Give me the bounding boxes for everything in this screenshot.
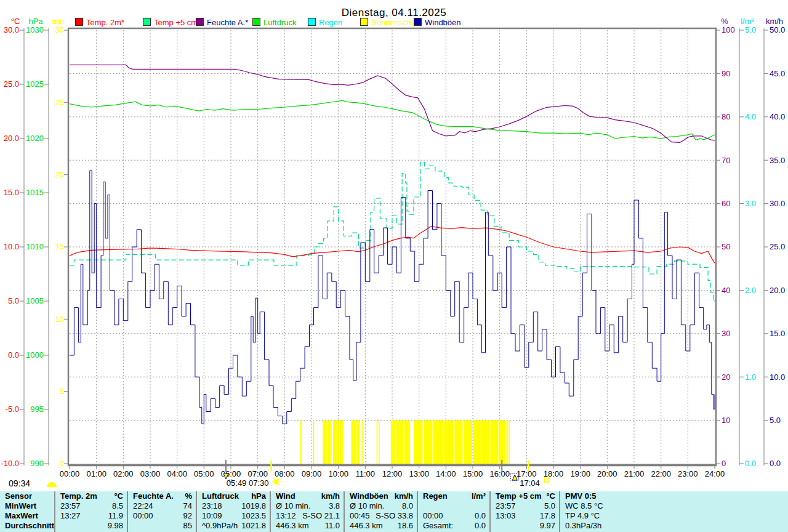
y-tick-label: 5 [60,387,64,396]
table-column-header: Regenl/m² [418,491,489,501]
x-tick-label: 15:00 [463,469,483,478]
table-column-luftdruck: LuftdruckhPa23:181019.810:091023.5^0.9hP… [196,491,270,532]
axis-percent: 1009080706050403020100% [716,17,735,468]
table-row: 13:2711.9 [55,511,127,521]
x-tick-label: 09:00 [302,469,322,478]
table-column-wind: Windkm/hØ 10 min.3.813:12S-SO 21.1446.3 … [270,491,344,532]
y-tick-label: 40.0 [770,112,785,121]
table-row: TP 4.9 °C [560,511,788,521]
axis-sunmin: 302520151050min [52,17,68,468]
y-tick-label: 5.0 [8,296,19,305]
table-row: 446.3 km18.6 [345,521,417,531]
x-axis: 00:0001:0002:0003:0004:0005:0006:0007:00… [60,466,725,478]
y-tick-label: 1.0 [745,373,756,382]
table-row: 10:091023.5 [197,511,270,521]
table-column-windb-en: Windböenkm/hØ 10 min.8.000:45S-SO 33.844… [344,491,417,532]
axis-hpa: 1030102510201015101010051000995990hPa [26,17,49,468]
x-tick-label: 05:00 [194,469,214,478]
y-tick-label: 100 [722,25,735,34]
y-tick-label: 1030 [26,25,44,34]
x-tick-label: 13:00 [409,469,429,478]
table-row: Durchschnitt [0,521,54,531]
table-column-temp-2m: Temp. 2m°C23:578.513:2711.99.98 [54,491,127,532]
table-row: 13:12S-SO 21.1 [271,511,344,521]
table-row: 00:0092 [128,511,196,521]
y-tick-label: 35.0 [770,156,785,165]
table-column-sensor: SensorMinWertMaxWertDurchschnitt [0,491,54,532]
table-row: Ø 10 min.8.0 [345,501,417,511]
axis-unit-header: % [721,17,728,26]
table-row: Ø 10 min.3.8 [271,501,344,511]
y-tick-label: 0.0 [770,459,781,468]
table-row: 446.3 km11.0 [271,521,344,531]
y-tick-label: 15 [55,242,64,251]
y-tick-label: 1000 [26,350,44,360]
x-tick-label: 21:00 [624,469,645,478]
table-row: MaxWert [0,511,54,521]
x-tick-label: 20:00 [597,469,617,478]
x-tick-label: 17:00 [517,469,537,478]
y-tick-label: 1010 [26,242,44,251]
table-row: 9.98 [55,521,127,531]
y-tick-label: 50.0 [770,25,785,34]
y-tick-label: 0.0 [745,459,756,468]
y-tick-label: 70 [722,156,730,165]
table-row: 23:578.5 [55,501,127,511]
y-tick-label: 10.0 [770,373,785,382]
y-tick-label: 5.0 [745,25,756,34]
y-tick-label: 90 [722,69,730,78]
y-tick-label: -5.0 [6,405,19,414]
stats-table: SensorMinWertMaxWertDurchschnittTemp. 2m… [0,491,788,532]
y-tick-label: 1015 [26,188,44,197]
table-row: 85 [128,521,196,531]
x-tick-label: 18:00 [544,469,564,478]
x-tick-label: 04:00 [167,469,187,478]
table-row: MinWert [0,501,54,511]
table-column-pmv-0-5: PMV 0:5WC 8.5 °CTP 4.9 °C0.3hPa/3h [559,491,788,532]
table-row: 22:2474 [128,501,196,511]
table-row: Gesamt:0.0 [418,521,489,531]
y-tick-label: 15.0 [4,188,19,197]
day-length-sun-icon [47,482,57,487]
table-row: 9.97 [491,521,559,531]
y-tick-label: 1025 [26,79,44,89]
y-tick-label: 30 [722,329,730,338]
y-tick-label: 60 [722,199,730,208]
y-tick-label: 25 [55,98,64,107]
y-tick-label: 2.0 [745,286,756,295]
axis-rain: 5.04.03.02.01.00.0l/m² [739,17,756,468]
table-column-header: LuftdruckhPa [197,491,270,501]
x-tick-label: 02:00 [113,469,134,478]
axis-unit-header: min [52,17,65,26]
table-column-temp-5-cm: Temp +5 cm°C23:575.013:0317.89.97 [489,491,559,532]
x-tick-label: 08:00 [275,469,295,478]
x-tick-label: 00:00 [60,469,80,478]
table-column-header: Windkm/h [271,491,344,501]
weather-day-chart-screen: Dienstag, 04.11.2025 Temp. 2m*Temp +5 cm… [0,0,788,532]
y-tick-label: 30.0 [770,199,785,208]
y-tick-label: 0 [60,459,64,468]
y-tick-label: 10 [55,315,64,324]
y-tick-label: 20 [722,373,730,382]
y-tick-label: 40 [722,286,730,295]
axis-unit-header: hPa [28,17,43,26]
y-tick-label: 20.0 [4,134,19,143]
y-tick-label: 5.0 [770,416,781,425]
axis-unit-header: °C [11,17,20,26]
chart-plot: 30.025.020.015.010.05.00.0-5.0-10.0°C103… [0,0,788,491]
series-sunshine-bars [300,421,510,465]
day-length-label: 09:34 [9,478,30,488]
axis-temp: 30.025.020.015.010.05.00.0-5.0-10.0°C [1,17,24,468]
table-column-header: Sensor [0,491,54,501]
table-row: 0.3hPa/3h [560,521,788,531]
axis-kmh: 50.045.040.035.030.025.020.015.010.05.00… [764,17,785,468]
table-row: 13:0317.8 [491,511,559,521]
y-tick-label: 30 [55,25,64,34]
table-row: 00:000.0 [418,511,489,521]
x-tick-label: 22:00 [651,469,671,478]
y-tick-label: 995 [30,405,44,414]
x-tick-label: 01:00 [86,469,107,478]
y-tick-label: 10 [722,416,730,425]
axis-unit-header: km/h [766,17,783,26]
x-tick-label: 19:00 [570,469,590,478]
